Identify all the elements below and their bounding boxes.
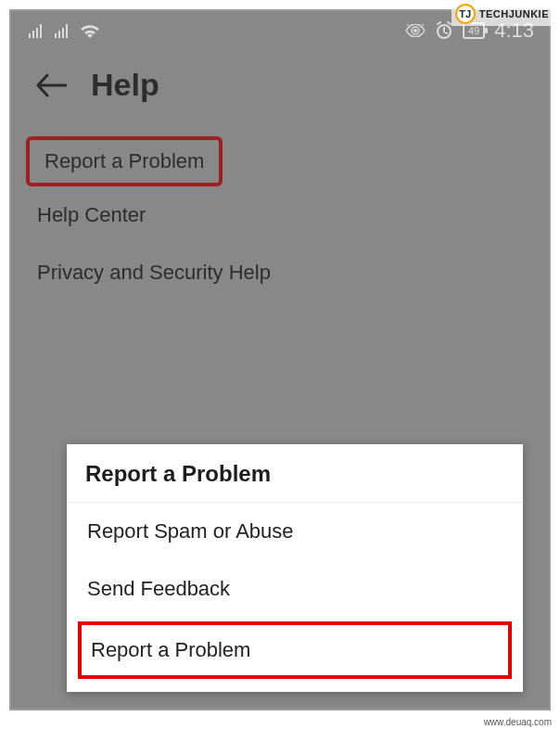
logo-text: TECHJUNKIE xyxy=(479,8,549,19)
page-title: Help xyxy=(91,67,159,103)
signal-icon-2 xyxy=(54,23,70,38)
menu-item-help-center[interactable]: Help Center xyxy=(30,186,530,244)
report-problem-dialog: Report a Problem Report Spam or Abuse Se… xyxy=(67,444,523,692)
eye-icon xyxy=(405,24,426,37)
watermark: www.deuaq.com xyxy=(481,717,554,727)
dialog-item-label: Send Feedback xyxy=(87,577,230,600)
screenshot-frame: 49 4:13 Help Report a Problem Help Cente… xyxy=(9,9,551,710)
logo-badge: TJ xyxy=(455,4,476,24)
dialog-item-send-feedback[interactable]: Send Feedback xyxy=(67,560,523,618)
header: Help xyxy=(11,48,549,129)
menu-item-label: Report a Problem xyxy=(45,149,204,173)
menu-item-privacy-security[interactable]: Privacy and Security Help xyxy=(30,244,530,301)
techjunkie-logo: TJ TECHJUNKIE xyxy=(452,2,553,26)
back-arrow-icon[interactable] xyxy=(35,73,67,97)
dialog-item-label: Report Spam or Abuse xyxy=(87,519,294,543)
signal-icon-1 xyxy=(28,23,45,38)
wifi-icon xyxy=(80,23,100,38)
menu-item-label: Help Center xyxy=(37,203,146,226)
dialog-item-spam-abuse[interactable]: Report Spam or Abuse xyxy=(67,503,523,560)
dialog-item-report-problem[interactable]: Report a Problem xyxy=(78,621,512,679)
dialog-item-label: Report a Problem xyxy=(91,638,250,661)
svg-point-0 xyxy=(414,29,417,32)
status-left xyxy=(28,23,100,38)
help-menu: Report a Problem Help Center Privacy and… xyxy=(11,129,549,301)
menu-item-report-problem[interactable]: Report a Problem xyxy=(26,136,223,186)
battery-level: 49 xyxy=(467,24,480,37)
dialog-title: Report a Problem xyxy=(67,444,523,503)
menu-item-label: Privacy and Security Help xyxy=(37,261,271,284)
